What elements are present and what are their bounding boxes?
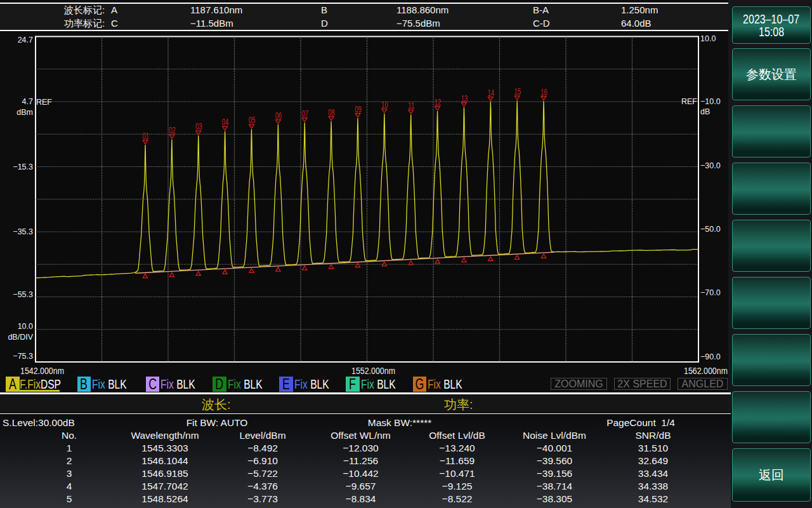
svg-text:−10.0: −10.0 xyxy=(700,97,721,106)
svg-text:4.7: 4.7 xyxy=(22,97,33,106)
svg-text:−75.3: −75.3 xyxy=(13,352,33,361)
svg-text:08: 08 xyxy=(328,107,335,117)
svg-text:01: 01 xyxy=(142,131,149,141)
svg-text:11: 11 xyxy=(408,100,415,110)
svg-text:−35.3: −35.3 xyxy=(13,227,33,236)
svg-text:REF: REF xyxy=(681,97,697,106)
svg-text:24.7: 24.7 xyxy=(18,36,33,44)
svg-text:−15.3: −15.3 xyxy=(13,163,33,171)
svg-text:REF: REF xyxy=(36,98,52,107)
svg-text:02: 02 xyxy=(169,125,176,135)
svg-text:05: 05 xyxy=(249,115,256,125)
svg-text:−55.3: −55.3 xyxy=(13,290,33,299)
svg-text:15: 15 xyxy=(514,86,521,97)
svg-text:10: 10 xyxy=(381,100,388,110)
svg-text:dB/DIV: dB/DIV xyxy=(8,333,33,342)
svg-text:dBm: dBm xyxy=(16,108,33,117)
svg-text:1562.000nm: 1562.000nm xyxy=(684,365,728,376)
svg-text:−70.0: −70.0 xyxy=(700,288,721,297)
svg-text:10.0: 10.0 xyxy=(700,34,716,43)
svg-text:06: 06 xyxy=(275,110,282,121)
svg-text:1552.000nm: 1552.000nm xyxy=(351,365,395,376)
svg-text:14: 14 xyxy=(488,88,495,98)
svg-text:07: 07 xyxy=(301,109,308,119)
svg-text:12: 12 xyxy=(435,97,442,107)
svg-text:10.0: 10.0 xyxy=(18,322,33,331)
svg-text:−50.0: −50.0 xyxy=(700,225,721,234)
svg-text:16: 16 xyxy=(540,87,547,97)
svg-text:03: 03 xyxy=(195,121,202,131)
svg-text:13: 13 xyxy=(461,93,468,104)
svg-text:dB: dB xyxy=(700,107,710,116)
svg-text:−90.0: −90.0 xyxy=(700,352,721,361)
svg-text:09: 09 xyxy=(355,104,362,114)
svg-text:04: 04 xyxy=(222,117,229,127)
svg-text:−30.0: −30.0 xyxy=(700,161,721,170)
svg-text:1542.000nm: 1542.000nm xyxy=(20,365,64,376)
